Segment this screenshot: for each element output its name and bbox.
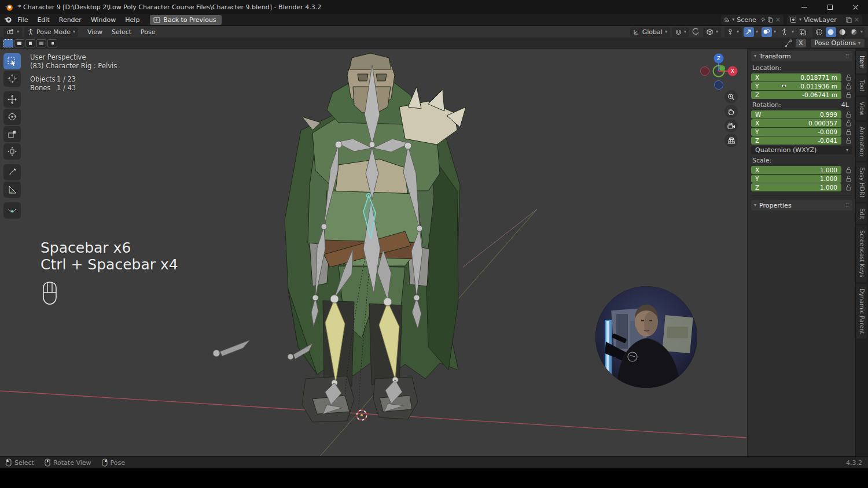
tab-animation[interactable]: Animation — [856, 122, 867, 161]
scale-z-field[interactable]: Z 1.000 — [751, 183, 841, 191]
tab-tool[interactable]: Tool — [856, 75, 867, 95]
lock-icon[interactable] — [844, 74, 852, 81]
pose-options-dropdown[interactable]: Pose Options ▾ — [811, 39, 865, 47]
editor-type-button[interactable]: ▾ — [3, 27, 22, 37]
rotation-mode-dropdown[interactable]: Quaternion (WXYZ) ▾ — [751, 146, 852, 154]
new-viewlayer-icon[interactable] — [846, 17, 852, 23]
lock-icon[interactable] — [844, 175, 852, 182]
snap-dropdown[interactable]: ▾ — [672, 27, 689, 37]
collapse-icon: ▾ — [754, 54, 756, 58]
rotation-x-field[interactable]: X 0.000357 — [751, 119, 841, 127]
tab-screencast-keys[interactable]: Screencast Keys — [856, 225, 867, 282]
lock-icon[interactable] — [844, 91, 852, 98]
shading-wireframe-button[interactable] — [814, 27, 825, 37]
tool-cursor[interactable] — [3, 71, 21, 87]
axis-x-negative — [701, 67, 709, 76]
show-gizmo-toggle[interactable] — [744, 27, 754, 37]
select-mode-invert[interactable] — [36, 39, 46, 47]
tool-rotate[interactable] — [3, 109, 21, 125]
new-scene-icon[interactable] — [768, 17, 773, 23]
menu-pose[interactable]: Pose — [136, 27, 160, 37]
letterbox — [0, 468, 868, 488]
select-mode-extend[interactable] — [14, 39, 24, 47]
ortho-toggle-button[interactable] — [724, 134, 738, 147]
scale-z-row: Z 1.000 — [751, 183, 852, 191]
scale-y-field[interactable]: Y 1.000 — [751, 175, 841, 183]
viewlayer-selector[interactable]: ▾ ViewLayer ✕ — [787, 15, 862, 25]
gizmo-visibility-dropdown[interactable]: ▾ — [724, 27, 742, 37]
lock-icon[interactable] — [844, 83, 852, 90]
camera-view-button[interactable] — [724, 119, 738, 132]
proportional-editing-icon[interactable] — [691, 27, 701, 37]
select-mode-set[interactable] — [3, 39, 13, 47]
viewlayer-icon — [790, 16, 797, 23]
tool-select-box[interactable] — [3, 53, 21, 69]
location-x-field[interactable]: X 0.018771 m — [751, 73, 841, 82]
properties-panel-header[interactable]: ▾ Properties ⠿ — [751, 200, 852, 210]
tool-move[interactable] — [3, 91, 21, 108]
blender-logo-icon — [5, 3, 13, 12]
back-icon — [153, 17, 160, 23]
lock-icon[interactable] — [844, 184, 852, 191]
tab-view[interactable]: View — [856, 97, 867, 120]
transform-panel-header[interactable]: ▾ Transform ⠿ — [751, 51, 852, 61]
lock-icon[interactable] — [844, 128, 852, 135]
tool-scale[interactable] — [3, 126, 21, 142]
close-button[interactable] — [843, 0, 868, 14]
toggle-xray-button[interactable] — [798, 27, 808, 37]
shading-solid-button[interactable] — [826, 27, 836, 37]
location-y-field[interactable]: Y -0.011936 m ↔ — [751, 82, 841, 90]
menu-view[interactable]: View — [83, 27, 107, 37]
menu-edit[interactable]: Edit — [32, 15, 54, 25]
location-z-field[interactable]: Z -0.06741 m — [751, 91, 841, 99]
viewport-3d[interactable]: User Perspective (83) Character Rig : Pe… — [0, 49, 868, 456]
tab-edit[interactable]: Edit — [856, 204, 867, 224]
minimize-button[interactable] — [792, 0, 817, 14]
menu-select[interactable]: Select — [107, 27, 136, 37]
tab-item[interactable]: Item — [856, 51, 867, 73]
menu-file[interactable]: File — [13, 15, 32, 25]
view-controls — [724, 90, 738, 147]
blender-app-icon[interactable] — [3, 16, 13, 24]
collapse-icon: ▾ — [754, 203, 756, 208]
pan-button[interactable] — [724, 105, 738, 118]
scene-icon — [724, 16, 730, 23]
lock-icon[interactable] — [844, 167, 852, 173]
zoom-button[interactable] — [724, 90, 738, 103]
select-mode-subtract[interactable] — [25, 39, 35, 47]
show-overlays-toggle[interactable] — [762, 27, 772, 37]
navigation-gizmo[interactable]: Z X — [698, 51, 740, 93]
pin-icon[interactable] — [761, 17, 766, 23]
menu-help[interactable]: Help — [120, 15, 144, 25]
maximize-button[interactable] — [817, 0, 843, 14]
back-to-previous-button[interactable]: Back to Previous — [150, 15, 221, 25]
select-mode-intersect[interactable] — [47, 39, 57, 47]
tool-transform[interactable] — [3, 143, 21, 160]
armature-xray-dropdown[interactable] — [779, 27, 790, 37]
scale-x-field[interactable]: X 1.000 — [751, 166, 841, 174]
rotation-y-field[interactable]: Y -0.009 — [751, 128, 841, 136]
lock-icon[interactable] — [844, 137, 852, 144]
mode-dropdown[interactable]: Pose Mode ▾ — [24, 27, 78, 37]
unlink-scene-icon[interactable]: ✕ — [775, 16, 781, 24]
rotation-w-field[interactable]: W 0.999 — [751, 110, 841, 119]
rotation-z-field[interactable]: Z -0.041 — [751, 136, 841, 145]
transform-orientation-dropdown[interactable]: Global ▾ — [630, 27, 670, 37]
lock-icon[interactable] — [844, 111, 852, 118]
xray-axis-toggle[interactable]: X — [796, 39, 806, 47]
lock-icon[interactable] — [844, 120, 852, 127]
menu-render[interactable]: Render — [54, 15, 86, 25]
remove-viewlayer-icon[interactable]: ✕ — [854, 16, 859, 24]
scene-selector[interactable]: ▾ Scene ✕ — [721, 15, 784, 25]
menu-window[interactable]: Window — [86, 15, 120, 25]
editor-3d-viewport-icon — [6, 28, 14, 36]
tool-breakdowner[interactable] — [3, 202, 21, 219]
tool-annotate[interactable] — [3, 164, 21, 180]
shading-material-button[interactable] — [837, 27, 848, 37]
bone-icon[interactable] — [785, 39, 793, 47]
shading-rendered-button[interactable] — [849, 27, 859, 37]
tool-measure[interactable] — [3, 182, 21, 198]
tab-easy-hdri[interactable]: Easy HDRI — [856, 162, 867, 202]
falloff-dropdown[interactable]: ▾ — [703, 27, 721, 37]
tab-dynamic-parent[interactable]: Dynamic Parent — [856, 284, 867, 339]
